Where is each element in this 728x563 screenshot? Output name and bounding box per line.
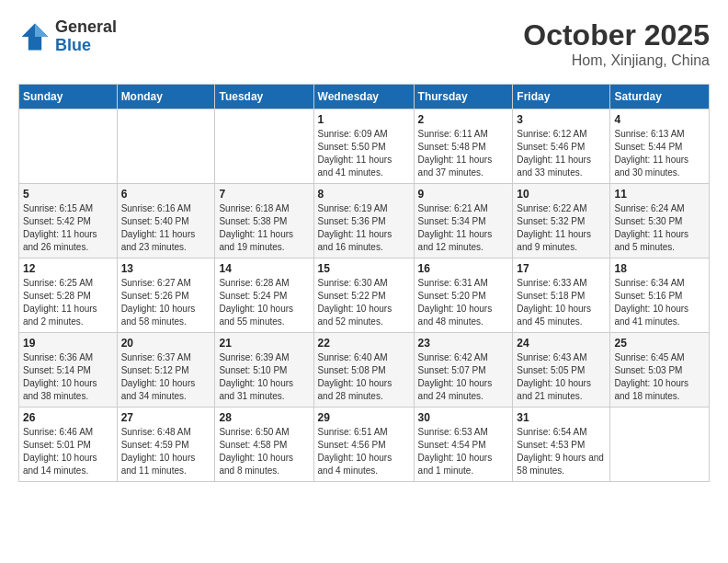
day-number: 22 [318,337,410,350]
svg-marker-1 [35,23,48,36]
day-info: Sunrise: 6:39 AM Sunset: 5:10 PM Dayligh… [219,351,309,403]
calendar-cell: 7Sunrise: 6:18 AM Sunset: 5:38 PM Daylig… [215,184,313,259]
calendar-cell: 10Sunrise: 6:22 AM Sunset: 5:32 PM Dayli… [513,184,610,259]
title-block: October 2025 Hom, Xinjiang, China [523,18,710,69]
day-number: 31 [517,411,606,424]
day-info: Sunrise: 6:40 AM Sunset: 5:08 PM Dayligh… [318,351,410,403]
calendar-cell [117,109,215,184]
day-info: Sunrise: 6:53 AM Sunset: 4:54 PM Dayligh… [418,426,509,477]
logo-general-text: General [55,18,117,37]
day-number: 18 [614,262,705,275]
weekday-header: Tuesday [215,85,313,109]
calendar-cell: 30Sunrise: 6:53 AM Sunset: 4:54 PM Dayli… [414,408,513,482]
day-number: 21 [219,337,309,350]
day-info: Sunrise: 6:46 AM Sunset: 5:01 PM Dayligh… [23,426,113,477]
day-number: 3 [517,113,606,126]
calendar-cell: 22Sunrise: 6:40 AM Sunset: 5:08 PM Dayli… [313,333,414,408]
day-info: Sunrise: 6:24 AM Sunset: 5:30 PM Dayligh… [614,202,705,254]
day-info: Sunrise: 6:50 AM Sunset: 4:58 PM Dayligh… [219,426,309,477]
calendar-cell: 4Sunrise: 6:13 AM Sunset: 5:44 PM Daylig… [610,109,710,184]
calendar-cell: 2Sunrise: 6:11 AM Sunset: 5:48 PM Daylig… [414,109,513,184]
day-info: Sunrise: 6:16 AM Sunset: 5:40 PM Dayligh… [121,202,211,254]
day-info: Sunrise: 6:51 AM Sunset: 4:56 PM Dayligh… [318,426,410,477]
day-number: 10 [517,188,606,201]
day-info: Sunrise: 6:21 AM Sunset: 5:34 PM Dayligh… [418,202,509,254]
calendar-week-row: 12Sunrise: 6:25 AM Sunset: 5:28 PM Dayli… [19,259,710,333]
day-info: Sunrise: 6:33 AM Sunset: 5:18 PM Dayligh… [517,277,606,328]
day-number: 4 [614,113,705,126]
calendar-cell [19,109,118,184]
day-number: 30 [418,411,509,424]
day-number: 7 [219,188,309,201]
calendar-week-row: 1Sunrise: 6:09 AM Sunset: 5:50 PM Daylig… [19,109,710,184]
calendar-cell: 19Sunrise: 6:36 AM Sunset: 5:14 PM Dayli… [19,333,118,408]
calendar-table: SundayMondayTuesdayWednesdayThursdayFrid… [18,84,710,482]
day-number: 24 [517,337,606,350]
day-info: Sunrise: 6:37 AM Sunset: 5:12 PM Dayligh… [121,351,211,403]
weekday-header: Saturday [610,85,710,109]
day-info: Sunrise: 6:22 AM Sunset: 5:32 PM Dayligh… [517,202,606,254]
weekday-header-row: SundayMondayTuesdayWednesdayThursdayFrid… [19,85,710,109]
calendar-cell: 24Sunrise: 6:43 AM Sunset: 5:05 PM Dayli… [513,333,610,408]
day-number: 5 [23,188,113,201]
calendar-cell: 6Sunrise: 6:16 AM Sunset: 5:40 PM Daylig… [117,184,215,259]
calendar-cell: 13Sunrise: 6:27 AM Sunset: 5:26 PM Dayli… [117,259,215,333]
logo-blue-text: Blue [55,37,117,55]
calendar-cell: 12Sunrise: 6:25 AM Sunset: 5:28 PM Dayli… [19,259,118,333]
day-info: Sunrise: 6:15 AM Sunset: 5:42 PM Dayligh… [23,202,113,254]
day-number: 23 [418,337,509,350]
day-info: Sunrise: 6:11 AM Sunset: 5:48 PM Dayligh… [418,128,509,179]
calendar-cell: 17Sunrise: 6:33 AM Sunset: 5:18 PM Dayli… [513,259,610,333]
day-info: Sunrise: 6:43 AM Sunset: 5:05 PM Dayligh… [517,351,606,403]
calendar-cell: 28Sunrise: 6:50 AM Sunset: 4:58 PM Dayli… [215,408,313,482]
day-number: 27 [121,411,211,424]
day-number: 14 [219,262,309,275]
calendar-cell: 18Sunrise: 6:34 AM Sunset: 5:16 PM Dayli… [610,259,710,333]
calendar-cell: 21Sunrise: 6:39 AM Sunset: 5:10 PM Dayli… [215,333,313,408]
day-number: 12 [23,262,113,275]
calendar-cell: 16Sunrise: 6:31 AM Sunset: 5:20 PM Dayli… [414,259,513,333]
calendar-cell: 20Sunrise: 6:37 AM Sunset: 5:12 PM Dayli… [117,333,215,408]
calendar-cell: 9Sunrise: 6:21 AM Sunset: 5:34 PM Daylig… [414,184,513,259]
day-info: Sunrise: 6:54 AM Sunset: 4:53 PM Dayligh… [517,426,606,477]
weekday-header: Thursday [414,85,513,109]
day-info: Sunrise: 6:13 AM Sunset: 5:44 PM Dayligh… [614,128,705,179]
day-info: Sunrise: 6:31 AM Sunset: 5:20 PM Dayligh… [418,277,509,328]
day-number: 26 [23,411,113,424]
day-info: Sunrise: 6:42 AM Sunset: 5:07 PM Dayligh… [418,351,509,403]
calendar-cell [610,408,710,482]
day-number: 15 [318,262,410,275]
day-info: Sunrise: 6:12 AM Sunset: 5:46 PM Dayligh… [517,128,606,179]
day-number: 8 [318,188,410,201]
day-number: 20 [121,337,211,350]
day-info: Sunrise: 6:36 AM Sunset: 5:14 PM Dayligh… [23,351,113,403]
calendar-cell: 14Sunrise: 6:28 AM Sunset: 5:24 PM Dayli… [215,259,313,333]
day-number: 13 [121,262,211,275]
day-info: Sunrise: 6:48 AM Sunset: 4:59 PM Dayligh… [121,426,211,477]
logo-icon [18,20,51,53]
day-info: Sunrise: 6:28 AM Sunset: 5:24 PM Dayligh… [219,277,309,328]
day-info: Sunrise: 6:27 AM Sunset: 5:26 PM Dayligh… [121,277,211,328]
logo: General Blue [18,18,117,55]
weekday-header: Wednesday [313,85,414,109]
day-number: 19 [23,337,113,350]
calendar-cell: 3Sunrise: 6:12 AM Sunset: 5:46 PM Daylig… [513,109,610,184]
day-number: 1 [318,113,410,126]
month-title: October 2025 [523,18,710,52]
day-info: Sunrise: 6:45 AM Sunset: 5:03 PM Dayligh… [614,351,705,403]
day-info: Sunrise: 6:34 AM Sunset: 5:16 PM Dayligh… [614,277,705,328]
page-header: General Blue October 2025 Hom, Xinjiang,… [18,18,710,69]
calendar-cell: 8Sunrise: 6:19 AM Sunset: 5:36 PM Daylig… [313,184,414,259]
calendar-cell: 31Sunrise: 6:54 AM Sunset: 4:53 PM Dayli… [513,408,610,482]
calendar-cell: 1Sunrise: 6:09 AM Sunset: 5:50 PM Daylig… [313,109,414,184]
calendar-cell: 15Sunrise: 6:30 AM Sunset: 5:22 PM Dayli… [313,259,414,333]
day-number: 16 [418,262,509,275]
day-info: Sunrise: 6:19 AM Sunset: 5:36 PM Dayligh… [318,202,410,254]
day-number: 9 [418,188,509,201]
calendar-week-row: 5Sunrise: 6:15 AM Sunset: 5:42 PM Daylig… [19,184,710,259]
calendar-week-row: 26Sunrise: 6:46 AM Sunset: 5:01 PM Dayli… [19,408,710,482]
calendar-cell: 11Sunrise: 6:24 AM Sunset: 5:30 PM Dayli… [610,184,710,259]
day-number: 6 [121,188,211,201]
calendar-cell: 25Sunrise: 6:45 AM Sunset: 5:03 PM Dayli… [610,333,710,408]
day-info: Sunrise: 6:09 AM Sunset: 5:50 PM Dayligh… [318,128,410,179]
